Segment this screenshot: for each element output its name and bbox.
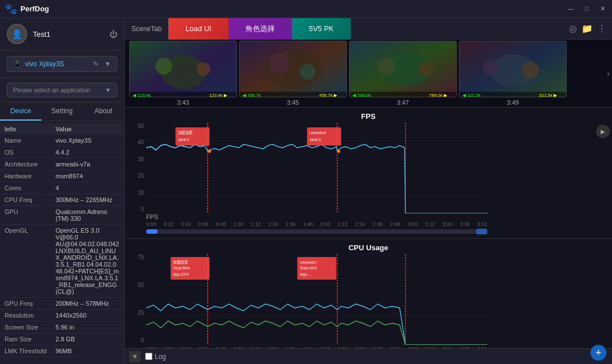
log-check[interactable] [145,353,152,360]
info-key: GPU Freq [5,300,56,307]
svg-text:Total:56%: Total:56% [173,265,190,271]
phone-icon: 📱 [13,60,22,68]
cpu-y-axis: 75 50 25 0 [125,254,146,345]
folder-icon[interactable]: 📁 [581,23,593,34]
svg-point-38 [337,149,340,153]
bottom-bar: ▼ Log + [125,348,612,364]
info-key: Hardware [5,173,56,179]
info-row: GPUQualcomm Adreno (TM) 330 [0,206,124,225]
app-dropdown-arrow-icon: ▼ [105,87,111,93]
info-row: Cores4 [0,182,124,194]
info-row: LMK Threshold96MB [0,345,124,357]
close-button[interactable]: ✕ [598,4,607,14]
svg-text:roleselect: roleselect [309,130,326,135]
fps-scrollbar[interactable] [146,229,487,234]
svg-text:◀ 789.0k: ◀ 789.0k [352,93,371,97]
add-chart-button[interactable]: + [590,345,606,361]
dog-icon: 🐾 [5,3,17,15]
screenshot-image-1: ◀ 123.4k 123.4k ▶ [129,41,237,97]
scene-tabs-bar: SceneTab Load UI 角色选择 5V5 PK ◎ 📁 ⋮ [125,18,612,40]
info-row: Architecturearmeabi-v7a [0,159,124,170]
info-value: vivo Xplay3S [56,137,120,144]
scene-tab-load-ui[interactable]: Load UI [168,18,228,40]
fps-play-button[interactable]: ▶ [596,125,610,138]
svg-point-2 [155,58,172,75]
app-select-button[interactable]: Please select an application ▼ [7,83,117,97]
info-value: Qualcomm Adreno (TM) 330 [56,208,120,222]
info-row: CPU Freq300MHz – 2265MHz [0,194,124,206]
screenshot-item-4[interactable]: ◀ 321.5k 321.5k ▶ 3:49 [459,41,567,106]
svg-text:Jank:0: Jank:0 [178,136,189,142]
title-bar: 🐾 PerfDog — □ ✕ [0,0,612,18]
svg-point-16 [377,57,396,75]
log-checkbox[interactable]: Log [145,353,166,361]
fps-chart: FPS 50403020100 [125,108,612,239]
sidebar: 👤 Test1 ⏻ 📱 vivo Xplay3S ✎ ▼ Please sele… [0,18,125,364]
fps-scrollbar-thumb [146,229,158,234]
screenshot-image-4: ◀ 321.5k 321.5k ▶ [459,41,567,97]
info-key: CPU Freq [5,196,56,203]
info-key: Architecture [5,161,56,168]
info-row: OS4.4.2 [0,147,124,159]
svg-text:789.0k ▶: 789.0k ▶ [429,93,448,97]
info-key: OpenGL [5,227,56,295]
info-key: OS [5,149,56,156]
device-button[interactable]: 📱 vivo Xplay3S ✎ ▼ [7,56,117,72]
tab-device[interactable]: Device [0,102,41,121]
screenshot-item-3[interactable]: ◀ 789.0k 789.0k ▶ 3:47 [349,41,457,106]
info-key: GPU [5,208,56,222]
app-logo: 🐾 PerfDog [5,3,49,15]
more-icon[interactable]: ⋮ [597,23,606,34]
value-col-header: Value [56,126,120,132]
info-key: Cores [5,185,56,191]
charts-area: FPS 50403020100 [125,108,612,348]
svg-point-37 [208,149,211,153]
info-value: 2.8 GB [56,336,120,342]
svg-text:加载场景: 加载场景 [178,130,193,135]
screenshot-item-1[interactable]: ◀ 123.4k 123.4k ▶ 3:43 [129,41,237,106]
info-row: Hardwaremsm8974 [0,170,124,182]
edit-icon[interactable]: ✎ [93,60,99,68]
info-value: 4.4.2 [56,149,120,156]
minimize-button[interactable]: — [565,4,576,14]
scroll-down-button[interactable]: ▼ [129,351,141,362]
content-area: SceneTab Load UI 角色选择 5V5 PK ◎ 📁 ⋮ [125,18,612,364]
screenshot-time-2: 3:45 [287,99,299,106]
info-row: Namevivo Xplay3S [0,135,124,147]
scene-tab-5v5pk[interactable]: 5V5 PK [292,18,351,40]
power-icon[interactable]: ⏻ [109,29,117,38]
main-container: 👤 Test1 ⏻ 📱 vivo Xplay3S ✎ ▼ Please sele… [0,18,612,364]
fps-x-axis: 0:000:120:240:360:481:001:121:241:361:48… [146,220,487,228]
info-row: Screen Size5.96 in [0,322,124,333]
info-key: Resolution [5,312,56,319]
info-key: LMK Threshold [5,348,56,354]
svg-text:123.4k ▶: 123.4k ▶ [209,93,228,97]
screenshot-item-2[interactable]: ◀ 456.7k 456.7k ▶ 3:45 [239,41,347,106]
svg-text:Total:45%: Total:45% [300,265,317,271]
svg-point-3 [197,62,210,76]
app-placeholder: Please select an application [13,87,90,93]
svg-point-23 [483,60,499,76]
avatar: 👤 [7,24,27,44]
tab-setting[interactable]: Setting [41,102,83,121]
screenshot-image-2: ◀ 456.7k 456.7k ▶ [239,41,347,97]
app-title: PerfDog [20,5,49,13]
screenshot-time-3: 3:47 [397,99,409,106]
info-col-header: Info [5,126,56,132]
info-rows: Namevivo Xplay3SOS4.4.2Architecturearmea… [0,135,124,357]
info-value: 1440x2560 [56,312,120,319]
tab-about[interactable]: About [83,102,124,121]
scene-tab-role-select[interactable]: 角色选择 [228,18,292,40]
fps-chart-inner: 加载场景 Jank:0 roleselect Jank:0 [146,123,487,213]
maximize-button[interactable]: □ [583,4,591,14]
location-icon[interactable]: ◎ [569,23,577,34]
info-value: 200MHz – 578MHz [56,300,120,307]
device-name: vivo Xplay3S [25,60,64,68]
screenshot-image-3: ◀ 789.0k 789.0k ▶ [349,41,457,97]
svg-text:App:...: App:... [300,271,311,277]
cpu-chart-title: CPU Usage [125,243,612,252]
user-name: Test1 [33,30,50,38]
sidebar-tabs: Device Setting About [0,102,124,121]
strip-arrow-right-icon[interactable]: › [607,68,610,79]
svg-point-24 [522,62,539,79]
